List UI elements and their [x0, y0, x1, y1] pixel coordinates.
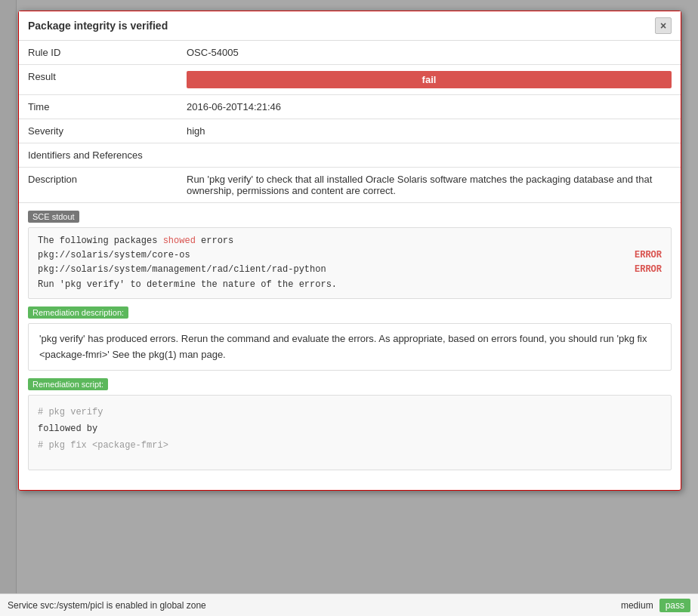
status-right: medium pass	[621, 599, 690, 612]
modal-title: Package integrity is verified	[28, 20, 168, 32]
script-line-1: # pkg verify	[38, 405, 662, 421]
script-section-label: Remediation script:	[28, 378, 108, 390]
table-row-time: Time 2016-06-20T14:21:46	[19, 95, 681, 119]
label-identifiers: Identifiers and References	[19, 143, 178, 168]
label-rule-id: Rule ID	[19, 41, 178, 65]
table-row-rule-id: Rule ID OSC-54005	[19, 41, 681, 65]
result-badge: pass	[659, 599, 690, 612]
severity-badge: medium	[621, 600, 653, 611]
remediation-box: 'pkg verify' has produced errors. Rerun …	[28, 323, 672, 371]
value-description: Run 'pkg verify' to check that all insta…	[178, 168, 681, 203]
label-description: Description	[19, 168, 178, 203]
table-row-identifiers: Identifiers and References	[19, 143, 681, 168]
script-line-2: followed by	[38, 421, 662, 438]
script-line-3: # pkg fix <package-fmri>	[38, 438, 662, 454]
remediation-section-label: Remediation description:	[28, 306, 128, 319]
stdout-line-2: pkg://solaris/system/core-os ERROR	[38, 248, 662, 263]
stdout-line-1: The following packages showed errors	[38, 234, 662, 248]
modal-body: Rule ID OSC-54005 Result fail Time 2016-…	[19, 41, 681, 490]
stdout-section: SCE stdout The following packages showed…	[28, 211, 672, 299]
value-severity: high	[178, 119, 681, 143]
value-rule-id: OSC-54005	[178, 41, 681, 65]
remediation-text: 'pkg verify' has produced errors. Rerun …	[39, 333, 647, 360]
remediation-section: Remediation description: 'pkg verify' ha…	[28, 306, 672, 371]
script-box: # pkg verify followed by # pkg fix <pack…	[28, 395, 672, 470]
modal-dialog: Package integrity is verified × Rule ID …	[18, 11, 681, 491]
table-row-description: Description Run 'pkg verify' to check th…	[19, 168, 681, 203]
stdout-line-3: pkg://solaris/system/management/rad/clie…	[38, 263, 662, 277]
bottom-status-bar: Service svc:/system/picl is enabled in g…	[0, 593, 698, 616]
stdout-line-4: Run 'pkg verify' to determine the nature…	[38, 278, 662, 292]
status-text: Service svc:/system/picl is enabled in g…	[8, 600, 206, 611]
stdout-box: The following packages showed errors pkg…	[28, 227, 672, 299]
value-time: 2016-06-20T14:21:46	[178, 95, 681, 119]
label-time: Time	[19, 95, 178, 119]
table-row-result: Result fail	[19, 65, 681, 95]
modal-header: Package integrity is verified ×	[19, 11, 681, 41]
script-section: Remediation script: # pkg verify followe…	[28, 378, 672, 470]
label-severity: Severity	[19, 119, 178, 143]
label-result: Result	[19, 65, 178, 95]
stdout-section-label: SCE stdout	[28, 211, 79, 223]
value-identifiers	[178, 143, 681, 168]
info-table: Rule ID OSC-54005 Result fail Time 2016-…	[19, 41, 681, 203]
result-fail-badge: fail	[187, 71, 672, 88]
table-row-severity: Severity high	[19, 119, 681, 143]
modal-close-button[interactable]: ×	[655, 17, 672, 34]
